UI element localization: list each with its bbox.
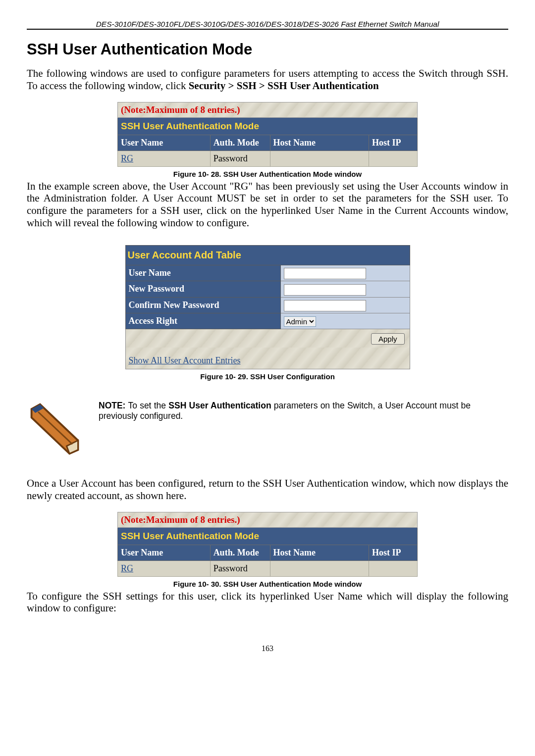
table2-title: User Account Add Table — [125, 245, 410, 265]
figure-caption-2: Figure 10- 29. SSH User Configuration — [27, 372, 508, 381]
pencil-icon — [27, 401, 84, 457]
host-name-cell — [270, 560, 369, 576]
auth-mode-cell: Password — [210, 560, 270, 576]
note-block: NOTE: To set the SSH User Authentication… — [27, 401, 508, 457]
show-all-link[interactable]: Show All User Account Entries — [125, 348, 410, 369]
note-label: NOTE: — [99, 401, 125, 410]
note-pre: To set the — [125, 401, 168, 410]
col-host-ip: Host IP — [369, 135, 418, 151]
label-access-right: Access Right — [125, 313, 280, 329]
col-auth-mode: Auth. Mode — [210, 545, 270, 560]
user-name-input[interactable] — [284, 268, 366, 279]
section-title: SSH User Authentication Mode — [27, 41, 508, 58]
table-row: RG Password — [118, 560, 418, 576]
intro-paragraph: The following windows are used to config… — [27, 67, 508, 92]
ssh-auth-table-2: (Note:Maximum of 8 entries.) SSH User Au… — [117, 512, 418, 577]
paragraph-2: Once a User Account has been configured,… — [27, 477, 508, 502]
col-host-name: Host Name — [270, 135, 369, 151]
col-host-name: Host Name — [270, 545, 369, 560]
figure-caption-3: Figure 10- 30. SSH User Authentication M… — [27, 580, 508, 588]
paragraph-3: To configure the SSH settings for this u… — [27, 590, 508, 615]
paragraph-1: In the example screen above, the User Ac… — [27, 180, 508, 229]
auth-mode-cell: Password — [210, 151, 270, 166]
note-text: NOTE: To set the SSH User Authentication… — [99, 401, 471, 422]
label-new-password: New Password — [125, 281, 280, 298]
label-user-name: User Name — [125, 265, 280, 281]
label-confirm-password: Confirm New Password — [125, 297, 280, 313]
max-entries-note: (Note:Maximum of 8 entries.) — [118, 102, 418, 117]
user-name-link[interactable]: RG — [118, 560, 211, 576]
table-title: SSH User Authentication Mode — [118, 527, 418, 545]
new-password-input[interactable] — [284, 284, 366, 296]
col-host-ip: Host IP — [369, 545, 418, 560]
user-account-add-table: User Account Add Table User Name New Pas… — [125, 245, 410, 370]
breadcrumb: Security > SSH > SSH User Authentication — [189, 80, 379, 92]
note-bold: SSH User Authentication — [168, 401, 271, 410]
host-ip-cell — [369, 560, 418, 576]
col-auth-mode: Auth. Mode — [210, 135, 270, 151]
user-name-link[interactable]: RG — [118, 151, 211, 166]
access-right-select[interactable]: Admin — [284, 316, 316, 327]
page-number: 163 — [27, 644, 508, 653]
table-title: SSH User Authentication Mode — [118, 117, 418, 135]
max-entries-note: (Note:Maximum of 8 entries.) — [118, 512, 418, 527]
host-ip-cell — [369, 151, 418, 166]
figure-caption-1: Figure 10- 28. SSH User Authentication M… — [27, 170, 508, 178]
confirm-password-input[interactable] — [284, 300, 366, 311]
manual-header: DES-3010F/DES-3010FL/DES-3010G/DES-3016/… — [27, 20, 508, 30]
col-user-name: User Name — [118, 135, 211, 151]
host-name-cell — [270, 151, 369, 166]
apply-button[interactable]: Apply — [371, 333, 405, 345]
col-user-name: User Name — [118, 545, 211, 560]
table-row: RG Password — [118, 151, 418, 166]
ssh-auth-table-1: (Note:Maximum of 8 entries.) SSH User Au… — [117, 102, 418, 167]
